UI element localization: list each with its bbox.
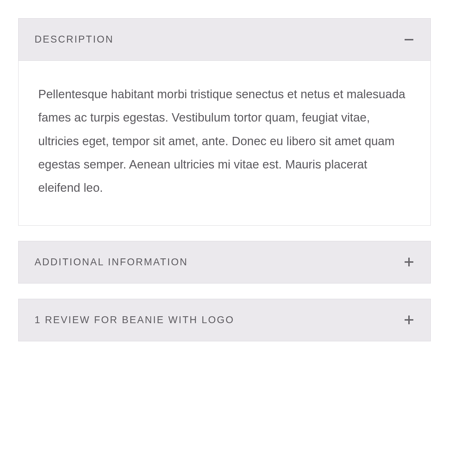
accordion-item-description: DESCRIPTION Pellentesque habitant morbi …: [18, 18, 431, 226]
accordion-header-additional-info[interactable]: ADDITIONAL INFORMATION: [19, 241, 430, 283]
accordion-header-reviews[interactable]: 1 REVIEW FOR BEANIE WITH LOGO: [19, 299, 430, 341]
accordion-container: DESCRIPTION Pellentesque habitant morbi …: [18, 18, 431, 341]
plus-icon: [404, 316, 414, 324]
accordion-title: ADDITIONAL INFORMATION: [35, 257, 188, 268]
accordion-title: 1 REVIEW FOR BEANIE WITH LOGO: [35, 314, 234, 326]
accordion-title: DESCRIPTION: [35, 34, 114, 45]
minus-icon: [404, 39, 414, 40]
accordion-header-description[interactable]: DESCRIPTION: [19, 19, 430, 60]
accordion-item-additional-info: ADDITIONAL INFORMATION: [18, 241, 431, 283]
accordion-content-description: Pellentesque habitant morbi tristique se…: [19, 60, 430, 225]
accordion-item-reviews: 1 REVIEW FOR BEANIE WITH LOGO: [18, 299, 431, 341]
description-text: Pellentesque habitant morbi tristique se…: [38, 83, 411, 200]
plus-icon: [404, 258, 414, 266]
